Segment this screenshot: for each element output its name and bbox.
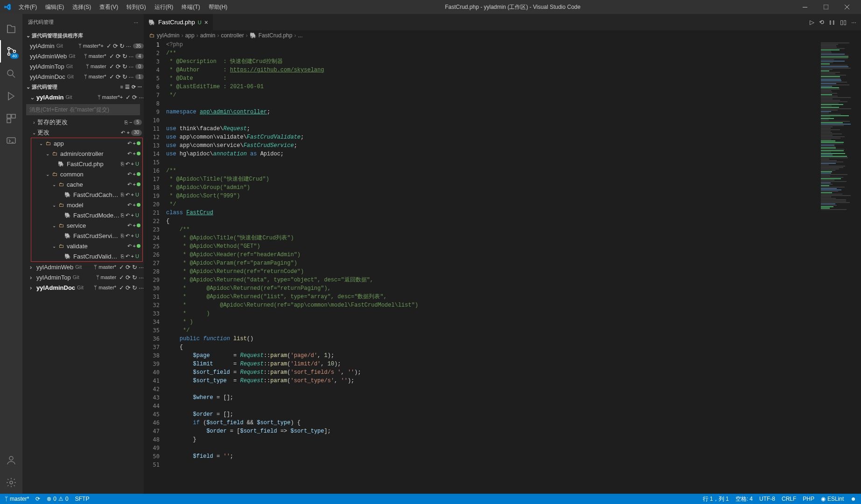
tree-file[interactable]: 🐘FastCrudValidate.php⎘↶+U [31, 251, 142, 261]
stage-icon[interactable]: + [133, 223, 136, 229]
stage-icon[interactable]: + [126, 130, 129, 136]
repo-row[interactable]: ›yylAdminWebGit ᛘ master* ✓⟳↻··· [22, 262, 144, 272]
activity-extensions-icon[interactable] [0, 107, 22, 130]
discard-icon[interactable]: ↶ [127, 223, 132, 229]
repo-row[interactable]: ›yylAdminDocGit ᛘ master* ✓⟳↻··· [22, 282, 144, 293]
discard-icon[interactable]: ↶ [127, 151, 132, 157]
refresh-icon[interactable]: ⟳ [116, 73, 121, 80]
tree-folder[interactable]: ⌄🗀common↶+ [31, 169, 142, 179]
menu-terminal[interactable]: 终端(T) [178, 1, 203, 13]
refresh-icon[interactable]: ⟳ [126, 284, 131, 291]
more-icon[interactable]: ··· [129, 63, 134, 70]
split-icon[interactable]: ▯▯ [840, 19, 847, 26]
scm-header[interactable]: ⌄ 源代码管理 ≡ ☰ ⟳ ··· [22, 82, 144, 92]
sync-icon[interactable]: ↻ [122, 73, 127, 80]
refresh-icon[interactable]: ⟳ [116, 53, 121, 60]
status-indent[interactable]: 空格: 4 [735, 495, 753, 503]
discard-icon[interactable]: ↶ [126, 253, 130, 259]
crumb[interactable]: ... [298, 32, 302, 39]
sync-icon[interactable]: ↻ [132, 274, 137, 281]
editor-more-icon[interactable]: ··· [851, 19, 856, 26]
more-icon[interactable]: ··· [129, 53, 134, 60]
stage-icon[interactable]: + [133, 171, 136, 177]
more-icon[interactable]: ··· [129, 73, 134, 80]
discard-icon[interactable]: ↶ [126, 212, 130, 218]
sidebar-more-icon[interactable]: ··· [134, 20, 138, 25]
repo-row[interactable]: ›yylAdminTopGit ᛘ master ✓⟳↻··· [22, 272, 144, 282]
check-icon[interactable]: ✓ [106, 42, 112, 49]
check-icon[interactable]: ✓ [109, 63, 114, 70]
active-repo-row[interactable]: ⌄ yylAdmin Git ᛘmaster*+ ✓ ⟳ ··· [22, 92, 144, 102]
stage-icon[interactable]: + [133, 151, 136, 157]
crumb[interactable]: yylAdmin [157, 32, 180, 39]
sync-icon[interactable]: ↻ [122, 53, 127, 60]
refresh-icon[interactable]: ⟳ [132, 94, 137, 101]
status-feedback[interactable]: ☻ [850, 496, 856, 502]
check-icon[interactable]: ✓ [119, 274, 124, 281]
tree-file[interactable]: 🐘FastCrud.php⎘↶+U [31, 159, 142, 169]
status-encoding[interactable]: UTF-8 [759, 496, 775, 502]
check-icon[interactable]: ✓ [119, 284, 124, 291]
tab-close-icon[interactable]: × [204, 19, 208, 26]
status-sync[interactable]: ⟳ [35, 496, 40, 502]
tree-folder[interactable]: ⌄🗀model↶+ [31, 200, 142, 210]
open-file-icon[interactable]: ⎘ [121, 233, 124, 239]
tree-file[interactable]: 🐘FastCrudModel.php⎘↶+U [31, 210, 142, 220]
discard-icon[interactable]: ↶ [127, 202, 132, 208]
more-icon[interactable]: ··· [126, 42, 131, 49]
diff-icon[interactable]: ⫿⫿ [829, 19, 835, 26]
more-icon[interactable]: ··· [139, 274, 144, 281]
minimize-button[interactable] [794, 0, 815, 14]
commit-icon[interactable]: ⎘ [125, 119, 128, 125]
status-lang[interactable]: PHP [803, 496, 814, 502]
open-file-icon[interactable]: ⎘ [121, 192, 124, 198]
view-tree-icon[interactable]: ☰ [125, 84, 130, 90]
tree-file[interactable]: 🐘FastCrudService.php⎘↶+U [31, 231, 142, 241]
crumb[interactable]: app [185, 32, 195, 39]
repo-row[interactable]: yylAdminTopGit ᛘ master ✓⟳↻··· 0 [22, 61, 144, 71]
menu-help[interactable]: 帮助(H) [205, 1, 231, 13]
minimap[interactable] [819, 41, 861, 494]
status-eol[interactable]: CRLF [782, 496, 796, 502]
more-icon[interactable]: ··· [139, 264, 144, 271]
tree-folder[interactable]: ⌄🗀service↶+ [31, 220, 142, 231]
open-file-icon[interactable]: ⎘ [121, 212, 124, 218]
stage-icon[interactable]: + [133, 140, 136, 147]
menu-file[interactable]: 文件(F) [15, 1, 41, 13]
check-icon[interactable]: ✓ [126, 94, 131, 101]
tree-folder[interactable]: ⌄🗀validate↶+ [31, 241, 142, 251]
menu-view[interactable]: 查看(V) [96, 1, 122, 13]
tree-folder[interactable]: ⌄🗀admin/controller↶+ [31, 148, 142, 159]
repo-row[interactable]: yylAdminDocGit ᛘ master* ✓⟳↻··· 1 [22, 71, 144, 82]
status-problems[interactable]: ⊗0 ⚠0 [47, 496, 68, 502]
crumb[interactable]: controller [221, 32, 244, 39]
refresh-icon[interactable]: ⟳ [132, 84, 136, 90]
check-icon[interactable]: ✓ [119, 264, 124, 271]
maximize-button[interactable] [815, 0, 836, 14]
tree-file[interactable]: 🐘FastCrudCache.php⎘↶+U [31, 189, 142, 200]
sync-icon[interactable]: ↻ [132, 264, 137, 271]
refresh-icon[interactable]: ⟳ [116, 63, 121, 70]
status-eslint[interactable]: ◉ESLint [821, 496, 844, 502]
close-button[interactable] [836, 0, 857, 14]
activity-account-icon[interactable] [0, 449, 22, 471]
menu-select[interactable]: 选择(S) [69, 1, 95, 13]
activity-remote-icon[interactable] [0, 130, 22, 152]
more-icon[interactable]: ··· [139, 94, 144, 101]
refresh-icon[interactable]: ⟳ [113, 42, 118, 49]
run-icon[interactable]: ▷ [810, 19, 814, 26]
view-list-icon[interactable]: ≡ [120, 84, 123, 90]
unstage-icon[interactable]: − [129, 119, 132, 125]
discard-icon[interactable]: ↶ [121, 130, 125, 136]
activity-scm-icon[interactable]: 40 [0, 40, 22, 63]
scm-providers-header[interactable]: ⌄ 源代码管理提供程序库 [22, 30, 144, 41]
activity-run-icon[interactable] [0, 85, 22, 107]
check-icon[interactable]: ✓ [109, 73, 114, 80]
discard-icon[interactable]: ↶ [127, 171, 132, 177]
sync-icon[interactable]: ↻ [132, 284, 137, 291]
tab-fastcrud[interactable]: 🐘 FastCrud.php U × [144, 14, 213, 30]
discard-icon[interactable]: ↶ [126, 233, 130, 239]
open-file-icon[interactable]: ⎘ [121, 253, 124, 259]
activity-explorer-icon[interactable] [0, 18, 22, 40]
status-sftp[interactable]: SFTP [75, 496, 90, 502]
